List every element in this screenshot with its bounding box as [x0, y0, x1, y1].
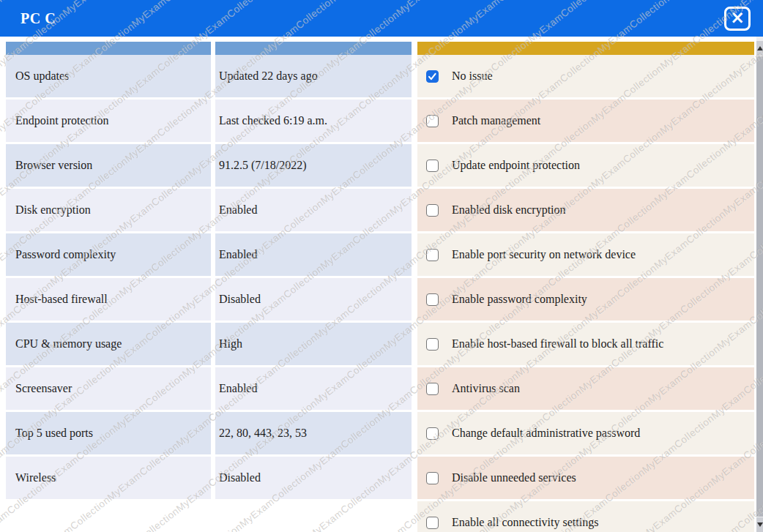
unchecked-checkbox[interactable] — [426, 249, 439, 261]
scrollbar-up-button[interactable] — [756, 41, 763, 56]
checklist-header — [417, 42, 754, 55]
row-label: Wireless — [6, 457, 211, 499]
row-label: Host-based firewall — [6, 278, 211, 321]
checked-checkbox[interactable] — [426, 70, 439, 83]
unchecked-checkbox[interactable] — [426, 472, 439, 484]
unchecked-checkbox[interactable] — [426, 383, 439, 395]
dialog-titlebar: PC C × — [0, 0, 763, 37]
row-value: Last checked 6:19 a.m. — [215, 100, 412, 142]
system-table-header-value-col — [215, 42, 412, 55]
checklist-item-label: Change default administrative password — [452, 427, 640, 440]
checklist-item: Enabled disk encryption — [417, 189, 754, 231]
row-value: Disabled — [215, 278, 412, 321]
system-table-body: OS updatesUpdated 22 days agoEndpoint pr… — [6, 55, 412, 501]
unchecked-checkbox[interactable] — [426, 160, 439, 172]
unchecked-checkbox[interactable] — [426, 517, 439, 529]
row-label: Browser version — [6, 144, 211, 187]
table-row: WirelessDisabled — [6, 457, 412, 499]
checklist-item-label: Antivirus scan — [452, 382, 520, 395]
checklist-item-label: Disable unneeded services — [452, 471, 576, 484]
unchecked-checkbox[interactable] — [426, 293, 439, 306]
scrollbar-down-button[interactable] — [756, 517, 763, 532]
table-row: Endpoint protectionLast checked 6:19 a.m… — [6, 100, 412, 142]
row-label: OS updates — [6, 55, 211, 97]
table-row: Disk encryptionEnabled — [6, 189, 412, 231]
close-button[interactable]: × — [724, 7, 751, 31]
table-row: CPU & memory usageHigh — [6, 323, 412, 365]
row-label: Endpoint protection — [6, 100, 211, 142]
checkmark-icon — [428, 72, 437, 81]
row-label: Disk encryption — [6, 189, 211, 231]
checklist-item-label: Enable port security on network device — [452, 248, 636, 261]
checklist-item: Enable all connectivity settings — [417, 501, 754, 532]
system-table-header-label-col — [6, 42, 211, 55]
checklist-item-label: Enable password complexity — [452, 293, 587, 306]
row-value: 22, 80, 443, 23, 53 — [215, 412, 412, 454]
row-value: 91.2.5 (7/18/2022) — [215, 144, 412, 187]
checklist-item: Change default administrative password — [417, 412, 754, 454]
unchecked-checkbox[interactable] — [426, 204, 439, 217]
checklist-item-label: Enable host-based firewall to block all … — [452, 337, 663, 351]
unchecked-checkbox[interactable] — [426, 338, 439, 351]
checklist-item: Update endpoint protection — [417, 144, 754, 187]
checklist-item: Enable port security on network device — [417, 233, 754, 276]
row-label: Top 5 used ports — [6, 412, 211, 454]
row-value: Enabled — [215, 233, 412, 276]
pc-c-dialog: PC C × OS updatesUpdated 22 days agoEndp… — [0, 0, 763, 532]
checklist-item: No issue — [417, 55, 754, 97]
table-row: Host-based firewallDisabled — [6, 278, 412, 321]
checklist-item: Patch management — [417, 100, 754, 142]
vertical-scrollbar[interactable] — [756, 37, 763, 532]
checklist-item: Disable unneeded services — [417, 457, 754, 499]
row-value: Enabled — [215, 367, 412, 410]
table-row: ScreensaverEnabled — [6, 367, 412, 410]
table-row: Password complexityEnabled — [6, 233, 412, 276]
up-arrow-icon — [757, 46, 763, 50]
table-row: Top 5 used ports22, 80, 443, 23, 53 — [6, 412, 412, 454]
checklist-item: Enable password complexity — [417, 278, 754, 321]
checklist-body: No issuePatch managementUpdate endpoint … — [417, 55, 754, 532]
close-icon: × — [730, 9, 745, 26]
checklist-item-label: Patch management — [452, 114, 540, 127]
row-value: High — [215, 323, 412, 365]
row-label: CPU & memory usage — [6, 323, 211, 365]
down-arrow-icon — [757, 522, 763, 527]
checklist-item-label: Enabled disk encryption — [452, 203, 566, 217]
row-label: Screensaver — [6, 367, 211, 410]
row-label: Password complexity — [6, 233, 211, 276]
unchecked-checkbox[interactable] — [426, 427, 439, 440]
checklist-item: Antivirus scan — [417, 367, 754, 410]
checklist-item-label: Enable all connectivity settings — [452, 516, 598, 529]
checklist-item-label: No issue — [452, 70, 493, 83]
row-value: Disabled — [215, 457, 412, 499]
table-row: Browser version91.2.5 (7/18/2022) — [6, 144, 412, 187]
scrollbar-thumb[interactable] — [756, 56, 763, 517]
row-value: Enabled — [215, 189, 412, 231]
table-row: OS updatesUpdated 22 days ago — [6, 55, 412, 97]
system-table-header — [6, 42, 412, 55]
checklist-item-label: Update endpoint protection — [452, 159, 580, 172]
dialog-title: PC C — [21, 0, 56, 37]
unchecked-checkbox[interactable] — [426, 115, 439, 127]
checklist-item: Enable host-based firewall to block all … — [417, 323, 754, 365]
row-value: Updated 22 days ago — [215, 55, 412, 97]
